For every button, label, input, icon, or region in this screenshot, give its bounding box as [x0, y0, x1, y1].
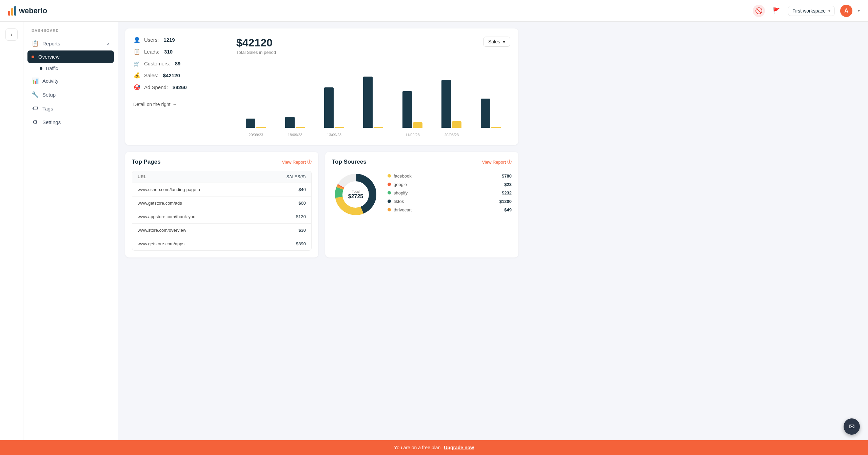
bar-group [432, 60, 471, 128]
bar-teal [324, 87, 334, 128]
top-sources-view-report[interactable]: View Report ⓘ [482, 159, 512, 165]
flag-icon[interactable]: 🚩 [770, 5, 783, 17]
logo-bar-2 [11, 8, 13, 16]
chart-date-label: 11/09/23 [393, 131, 432, 137]
logo-bar-3 [14, 6, 16, 16]
legend: facebook $780 google $23 shopify $232 ti… [388, 173, 512, 216]
stat-users: 👤 Users: 1219 [133, 37, 220, 43]
bar-chart [236, 60, 510, 128]
top-pages-view-report[interactable]: View Report ⓘ [282, 159, 312, 165]
adspend-icon: 🎯 [133, 84, 141, 90]
col-url: URL [138, 174, 272, 179]
bar-yellow [335, 127, 344, 128]
reports-icon: 📋 [32, 40, 38, 47]
row-url: www.appstore.com/thank-you [138, 214, 272, 219]
stat-leads: 📋 Leads: 310 [133, 48, 220, 55]
notification-icon[interactable]: 🚫 [753, 5, 765, 17]
avatar-chevron-icon: ▾ [858, 8, 860, 13]
top-pages-header: Top Pages View Report ⓘ [132, 159, 312, 165]
bar-teal [363, 77, 373, 128]
sidebar-item-setup[interactable]: 🔧 Setup [23, 88, 118, 102]
table-header: URL Sales($) [132, 171, 311, 183]
sidebar-item-reports-label: Reports [42, 41, 60, 46]
avatar[interactable]: A [840, 5, 852, 17]
leads-icon: 📋 [133, 48, 141, 55]
bar-teal [441, 80, 451, 128]
sales-icon: 💰 [133, 72, 141, 79]
sidebar-item-traffic[interactable]: Traffic [23, 63, 118, 74]
banner-text: You are on a free plan [394, 445, 440, 450]
sidebar-item-activity[interactable]: 📊 Activity [23, 74, 118, 88]
back-button[interactable]: ‹ [5, 28, 18, 41]
legend-source-name: google [394, 182, 407, 187]
bar-teal [246, 119, 255, 128]
bar-group [393, 60, 432, 128]
top-bar: weberlo 🚫 🚩 First workspace ▾ A ▾ [0, 0, 868, 22]
sidebar: DASHBOARD 📋 Reports ∧ Overview Traffic 📊… [23, 22, 118, 440]
legend-item: google $23 [388, 182, 512, 187]
legend-source-value: $23 [504, 182, 512, 187]
legend-source-value: $1200 [499, 199, 512, 204]
sidebar-item-tags[interactable]: 🏷 Tags [23, 102, 118, 115]
row-sales: $40 [272, 187, 306, 192]
legend-dot [388, 208, 391, 211]
bar-yellow [452, 121, 461, 128]
content-inner: 👤 Users: 1219 📋 Leads: 310 🛒 Customers: … [118, 22, 525, 264]
stat-sales: 💰 Sales: $42120 [133, 72, 220, 79]
chart-dropdown-value: Sales [488, 39, 500, 44]
overview-dot [32, 56, 34, 58]
row-url: www.store.com/overview [138, 228, 272, 233]
chart-date-label: 13/09/23 [315, 131, 354, 137]
workspace-selector[interactable]: First workspace ▾ [788, 6, 835, 16]
settings-icon: ⚙ [32, 119, 38, 126]
main-layout: ‹ DASHBOARD 📋 Reports ∧ Overview Traffic… [0, 22, 868, 440]
chart-total: $42120 [236, 37, 276, 49]
top-sources-header: Top Sources View Report ⓘ [332, 159, 512, 165]
bar-chart-container: 20/09/2318/09/2313/09/2311/09/2320/08/23 [236, 60, 510, 137]
bar-teal [402, 91, 412, 128]
leads-value: 310 [164, 49, 173, 55]
legend-item: shopify $232 [388, 190, 512, 195]
activity-icon: 📊 [32, 77, 38, 84]
summary-stats: 👤 Users: 1219 📋 Leads: 310 🛒 Customers: … [133, 37, 228, 137]
legend-source-value: $232 [502, 190, 512, 195]
sales-value: $42120 [163, 73, 180, 78]
sidebar-item-tags-label: Tags [42, 106, 53, 111]
bar-group [236, 60, 275, 128]
legend-source-name: shopify [394, 190, 408, 195]
legend-dot [388, 174, 391, 178]
detail-link-text: Detail on the right [133, 102, 171, 107]
sidebar-item-settings-label: Settings [42, 119, 61, 125]
donut-total-label: Total [348, 189, 363, 193]
chart-date-label [471, 131, 510, 137]
chart-labels: 20/09/2318/09/2313/09/2311/09/2320/08/23 [236, 131, 510, 137]
legend-source-name: facebook [394, 173, 412, 179]
sidebar-section-label: DASHBOARD [23, 28, 118, 37]
chart-date-label: 18/09/23 [275, 131, 314, 137]
legend-source-name: tiktok [394, 199, 404, 204]
legend-source-value: $49 [504, 207, 512, 212]
sidebar-item-activity-label: Activity [42, 78, 59, 84]
sidebar-item-overview[interactable]: Overview [27, 50, 114, 63]
workspace-chevron-icon: ▾ [828, 8, 830, 13]
detail-arrow-icon: → [173, 102, 177, 107]
top-pages-card: Top Pages View Report ⓘ URL Sales($) www… [125, 152, 318, 257]
table-row: www.appstore.com/thank-you $120 [132, 210, 311, 223]
legend-dot [388, 200, 391, 203]
chart-dropdown[interactable]: Sales ▾ [483, 37, 510, 47]
upgrade-link[interactable]: Upgrade now [444, 445, 474, 450]
bar-group [354, 60, 393, 128]
row-sales: $120 [272, 214, 306, 219]
chat-button[interactable]: ✉ [844, 418, 860, 435]
sidebar-item-settings[interactable]: ⚙ Settings [23, 115, 118, 129]
bottom-banner: You are on a free plan Upgrade now [0, 440, 868, 455]
row-sales: $890 [272, 241, 306, 246]
detail-link[interactable]: Detail on the right → [133, 96, 220, 107]
bar-teal [481, 99, 490, 128]
bar-group [471, 60, 510, 128]
top-sources-title: Top Sources [332, 159, 367, 165]
users-icon: 👤 [133, 37, 141, 43]
chart-dropdown-chevron-icon: ▾ [503, 39, 505, 44]
sidebar-item-reports[interactable]: 📋 Reports ∧ [23, 37, 118, 50]
traffic-dot [40, 67, 42, 70]
